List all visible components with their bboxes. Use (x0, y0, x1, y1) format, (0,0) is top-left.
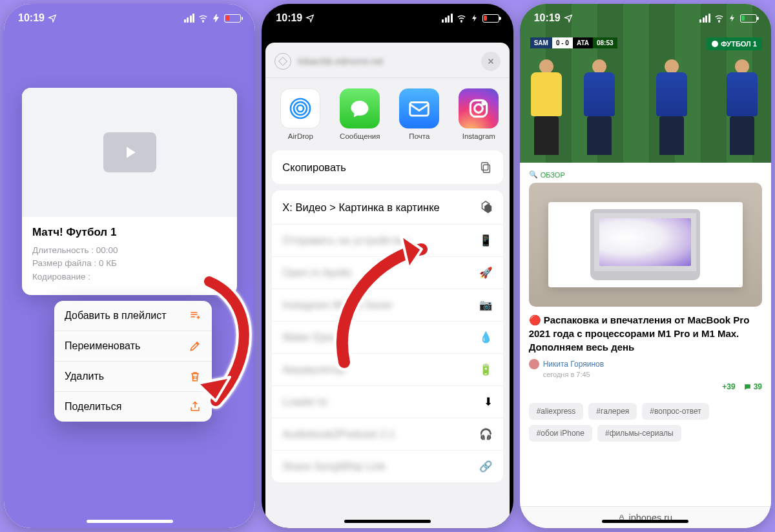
category-badge[interactable]: ОБЗОР (529, 170, 762, 179)
play-icon (103, 132, 156, 172)
wifi-icon (456, 13, 467, 24)
comment-icon (743, 383, 752, 391)
video-thumbnail[interactable] (22, 88, 237, 217)
tag-cloud: #aliexpress #галерея #вопрос-ответ #обои… (529, 403, 762, 442)
charging-icon (728, 14, 737, 23)
action-blurred[interactable]: Audiobook2Podcast 2.1🎧 (272, 418, 502, 451)
video-title: Матч! Футбол 1 (32, 226, 227, 239)
svg-point-3 (294, 102, 307, 115)
charging-icon (470, 14, 479, 23)
action-blurred[interactable]: Share SongWhip Link🔗 (272, 451, 502, 482)
share-app-mail[interactable]: Почта (393, 88, 445, 140)
scoreboard: SAM 0 - 0 ATA 08:53 (530, 37, 617, 48)
article-image[interactable] (529, 183, 762, 307)
signal-icon (442, 14, 453, 23)
svg-point-13 (719, 21, 719, 21)
status-bar: 10:19 (520, 4, 771, 32)
status-bar: 10:19 (4, 4, 255, 32)
comment-count[interactable]: 39 (743, 382, 762, 391)
tutorial-arrow (183, 275, 255, 420)
charging-icon (212, 14, 221, 23)
share-app-instagram[interactable]: Instagram (453, 88, 504, 140)
svg-rect-11 (483, 165, 490, 172)
location-icon (48, 14, 57, 23)
svg-rect-12 (481, 163, 488, 170)
screenshot-2: 10:19 lobacrbb.edmorot.net (262, 4, 513, 528)
tag[interactable]: #вопрос-ответ (642, 403, 708, 420)
battery-icon (740, 14, 757, 23)
author-name[interactable]: Никита Горяинов (543, 360, 604, 369)
signal-icon (699, 14, 710, 23)
signal-icon (184, 14, 195, 23)
svg-point-2 (297, 105, 304, 112)
action-copy[interactable]: Скопировать (272, 150, 502, 184)
share-app-messages[interactable]: Сообщения (334, 88, 386, 140)
action-pip[interactable]: X: Видео > Картинка в картинке (272, 190, 502, 225)
copy-icon (479, 160, 493, 174)
tag[interactable]: #галерея (588, 403, 637, 420)
svg-point-7 (475, 105, 483, 113)
like-count[interactable]: +39 (722, 382, 735, 391)
svg-point-1 (460, 21, 461, 21)
tag[interactable]: #фильмы-сериалы (597, 425, 681, 442)
channel-badge: ФУТБОЛ 1 (707, 37, 762, 50)
shortcut-small-icon (479, 200, 493, 214)
status-time: 10:19 (18, 12, 45, 24)
wifi-icon (198, 13, 209, 24)
close-button[interactable] (481, 52, 501, 71)
airdrop-icon (280, 88, 320, 128)
action-blurred[interactable]: Loader to⬇ (272, 386, 502, 418)
status-time: 10:19 (534, 12, 561, 24)
svg-point-8 (482, 102, 485, 105)
close-icon (486, 57, 495, 66)
share-app-airdrop[interactable]: AirDrop (274, 88, 326, 140)
messages-icon (340, 88, 380, 128)
tutorial-arrow (325, 223, 454, 374)
video-card[interactable]: Матч! Футбол 1 Длительность : 00:00 Разм… (22, 88, 237, 295)
share-source: lobacrbb.edmorot.net (274, 53, 383, 70)
video-duration: Длительность : 00:00 (32, 244, 227, 257)
browser-bottom-bar[interactable]: iphones.ru (520, 506, 771, 528)
instagram-icon (459, 88, 499, 128)
status-time: 10:19 (276, 12, 302, 24)
article-date: сегодня в 7:45 (543, 371, 762, 378)
status-bar: 10:19 (262, 4, 513, 32)
battery-icon (482, 14, 499, 23)
svg-point-0 (203, 21, 203, 21)
article-feed[interactable]: ОБЗОР 🔴 Распаковка и впечатления от MacB… (520, 163, 771, 506)
location-icon (305, 14, 315, 23)
tag[interactable]: #обои iPhone (529, 425, 592, 442)
author-avatar[interactable] (529, 359, 539, 369)
svg-rect-5 (410, 103, 429, 116)
location-icon (564, 14, 573, 23)
share-actions-list: Скопировать (272, 150, 502, 184)
screenshot-3: SAM 0 - 0 ATA 08:53 ФУТБОЛ 1 10:19 ОБЗОР… (520, 4, 771, 528)
article-title[interactable]: 🔴 Распаковка и впечатления от MacBook Pr… (529, 313, 762, 354)
safari-icon (274, 53, 291, 70)
screenshot-1: 10:19 Матч! Футбол 1 Длительность : 00:0… (4, 4, 255, 528)
share-apps-row[interactable]: AirDrop Сообщения Почта Instagram (265, 82, 509, 144)
tag[interactable]: #aliexpress (529, 403, 584, 420)
video-filesize: Размер файла : 0 КБ (32, 257, 227, 270)
wifi-icon (714, 13, 725, 24)
battery-icon (224, 14, 241, 23)
mail-icon (399, 88, 439, 128)
